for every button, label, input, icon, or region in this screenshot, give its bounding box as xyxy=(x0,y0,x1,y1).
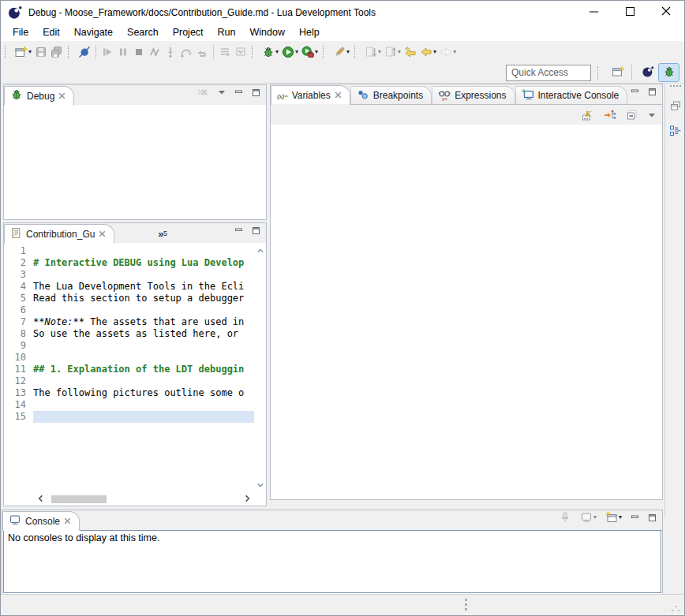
chevron-left-icon[interactable] xyxy=(37,494,44,505)
menu-run[interactable]: Run xyxy=(211,24,243,40)
code-line[interactable]: Read this section to setup a debugger xyxy=(33,293,254,304)
tab-console[interactable]: Console xyxy=(2,511,80,531)
menu-navigate[interactable]: Navigate xyxy=(67,24,120,40)
dropdown-arrow-icon[interactable]: ▾ xyxy=(593,514,597,521)
use-step-filters-button[interactable] xyxy=(217,43,233,61)
minimize-view-button[interactable] xyxy=(233,222,245,239)
menu-window[interactable]: Window xyxy=(243,24,292,40)
run-button[interactable]: ▾ xyxy=(280,43,300,61)
status-drag-handle[interactable] xyxy=(465,599,470,610)
tab-variables[interactable]: (x)=Variables xyxy=(271,85,350,105)
tab-contribution-guide[interactable]: Contribution_Gu xyxy=(4,224,114,244)
window-close-button[interactable] xyxy=(648,1,684,24)
close-icon[interactable] xyxy=(64,516,71,527)
new-button[interactable]: ▾ xyxy=(13,43,33,61)
forward-button[interactable]: ▾ xyxy=(438,43,458,61)
lua-perspective-button[interactable] xyxy=(638,64,657,81)
last-edit-location-button[interactable] xyxy=(402,43,418,61)
step-over-button[interactable] xyxy=(178,43,194,61)
dropdown-arrow-icon[interactable]: ▾ xyxy=(275,49,279,55)
minimize-view-button[interactable] xyxy=(233,84,245,101)
maximize-view-button[interactable] xyxy=(646,83,658,100)
collapse-all-button[interactable] xyxy=(624,106,640,124)
disconnect-button[interactable] xyxy=(147,43,163,61)
console-output[interactable]: No consoles to display at this time. xyxy=(3,530,661,593)
remove-all-terminated-button[interactable] xyxy=(195,84,211,101)
tab-expressions[interactable]: x=Expressions xyxy=(432,86,515,104)
dropdown-arrow-icon[interactable]: ▾ xyxy=(453,49,456,55)
menu-search[interactable]: Search xyxy=(120,24,166,40)
dropdown-arrow-icon[interactable]: ▾ xyxy=(433,49,436,55)
run-external-tools-button[interactable]: ▾ xyxy=(300,43,320,61)
maximize-view-button[interactable] xyxy=(250,222,262,239)
debug-tree-area[interactable] xyxy=(4,105,266,219)
more-editors-chevron[interactable]: »5 xyxy=(158,230,167,243)
menu-help[interactable]: Help xyxy=(292,24,327,40)
code-line[interactable]: So use the assets as listed here, or xyxy=(33,328,254,340)
code-line[interactable] xyxy=(33,399,254,411)
back-button[interactable]: ▾ xyxy=(418,43,438,61)
menu-project[interactable]: Project xyxy=(166,24,211,40)
chevron-down-icon[interactable] xyxy=(256,480,264,491)
window-maximize-button[interactable] xyxy=(612,1,648,24)
code-line[interactable] xyxy=(33,352,254,364)
code-line[interactable]: The Lua Development Tools in the Ecli xyxy=(33,281,254,293)
code-line[interactable]: **Note:** The assets that are used in xyxy=(33,316,254,328)
tab-breakpoints[interactable]: Breakpoints xyxy=(350,86,432,104)
maximize-view-button[interactable] xyxy=(646,509,658,526)
window-minimize-button[interactable] xyxy=(575,1,612,24)
scrollbar-thumb[interactable] xyxy=(51,495,107,503)
save-button[interactable] xyxy=(33,43,49,61)
dropdown-arrow-icon[interactable]: ▾ xyxy=(28,49,32,55)
maximize-view-button[interactable] xyxy=(250,84,262,101)
quick-access-input[interactable]: Quick Access xyxy=(506,65,591,81)
step-return-button[interactable] xyxy=(194,43,210,61)
debug-button[interactable]: ▾ xyxy=(260,43,280,61)
terminate-button[interactable] xyxy=(131,43,147,61)
open-task-button[interactable]: ▾ xyxy=(331,43,351,61)
show-logical-structures-button[interactable] xyxy=(602,106,618,124)
restore-minimized-view-button[interactable] xyxy=(668,97,683,114)
close-icon[interactable] xyxy=(58,91,66,102)
show-type-names-button[interactable]: K xyxy=(580,106,596,124)
window-resize-grip[interactable] xyxy=(670,602,681,613)
code-line[interactable] xyxy=(33,411,254,423)
dropdown-arrow-icon[interactable]: ▾ xyxy=(398,49,401,55)
code-line[interactable] xyxy=(33,269,254,281)
suspend-button[interactable] xyxy=(115,43,131,61)
pin-console-button[interactable] xyxy=(557,509,573,526)
menu-file[interactable]: File xyxy=(6,24,36,40)
view-menu-button[interactable] xyxy=(216,84,227,101)
minimize-view-button[interactable] xyxy=(629,83,641,100)
drop-to-frame-button[interactable] xyxy=(233,43,249,61)
code-line[interactable]: ## 1. Explanation of the LDT debuggin xyxy=(33,364,254,375)
next-annotation-button[interactable]: ▾ xyxy=(363,43,383,61)
variables-tree-area[interactable] xyxy=(271,125,662,499)
dropdown-arrow-icon[interactable]: ▾ xyxy=(315,49,318,55)
open-console-button[interactable]: ▾ xyxy=(604,509,623,526)
code-line[interactable] xyxy=(33,304,254,316)
dropdown-arrow-icon[interactable]: ▾ xyxy=(378,49,381,55)
editor-lines[interactable]: 12# Interactive DEBUG using Lua Develop3… xyxy=(4,243,254,493)
tab-debug[interactable]: Debug xyxy=(4,86,74,106)
chevron-up-icon[interactable] xyxy=(256,245,264,256)
code-line[interactable] xyxy=(33,245,254,257)
step-into-button[interactable] xyxy=(163,43,178,61)
dropdown-arrow-icon[interactable]: ▾ xyxy=(346,49,350,55)
menu-edit[interactable]: Edit xyxy=(36,24,67,40)
resume-button[interactable] xyxy=(99,43,115,61)
debug-perspective-button[interactable] xyxy=(659,64,679,81)
view-menu-button[interactable] xyxy=(646,106,657,124)
chevron-right-icon[interactable] xyxy=(244,494,251,505)
code-line[interactable]: The following pictures outline some o xyxy=(33,387,254,399)
skip-all-breakpoints-button[interactable] xyxy=(77,43,92,61)
display-selected-console-button[interactable]: ▾ xyxy=(578,509,598,526)
dropdown-arrow-icon[interactable]: ▾ xyxy=(295,49,298,55)
trim-drag-handle[interactable] xyxy=(670,85,681,89)
close-icon[interactable] xyxy=(335,90,342,101)
code-line[interactable] xyxy=(33,375,254,387)
close-icon[interactable] xyxy=(99,229,106,240)
outline-view-button[interactable] xyxy=(668,122,683,140)
previous-annotation-button[interactable]: ▾ xyxy=(383,43,402,61)
save-all-button[interactable] xyxy=(49,43,65,61)
